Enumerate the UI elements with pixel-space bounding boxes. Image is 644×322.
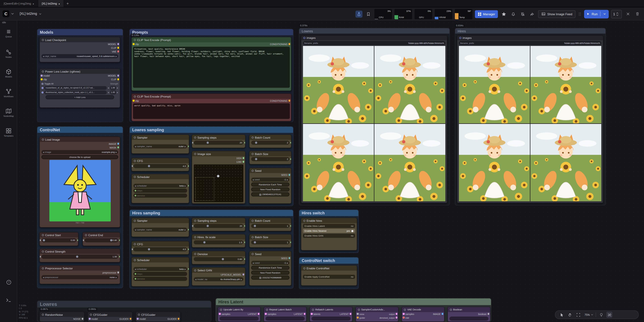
collapse-dot[interactable] (134, 220, 136, 222)
input-slot-dot[interactable] (403, 317, 404, 319)
lora-strength[interactable]: 1.00 (110, 90, 116, 94)
node-title-bar[interactable]: Preprocessor Selector (40, 266, 120, 271)
node-sampler-custom-advanced[interactable]: SamplerCustomAdv... noise output guider … (356, 307, 398, 322)
size-drag-handle[interactable] (217, 175, 220, 178)
widget-cut-off[interactable] (266, 317, 304, 321)
output-slot-dot[interactable] (242, 157, 244, 159)
new-tab-button[interactable]: + (64, 0, 71, 7)
node-repeat-latent-batch[interactable]: Repeat Latent Batch samples LATENT (264, 307, 306, 322)
prev-arrow[interactable]: ◀ (42, 55, 44, 57)
last-seed-button[interactable]: ⚄290654631370141 (251, 192, 289, 196)
prev-arrow[interactable]: ◀ (42, 276, 44, 278)
collapse-dot[interactable] (138, 314, 140, 316)
node-title-bar[interactable]: CFGGuider (136, 312, 180, 317)
input-slot-dot[interactable] (219, 313, 221, 315)
input-slot-dot[interactable] (40, 256, 41, 258)
output-slot-dot[interactable] (288, 174, 290, 176)
next-arrow[interactable]: ▶ (241, 278, 242, 280)
input-slot-dot[interactable] (132, 165, 133, 167)
node-cfg-guider-2[interactable]: CFGGuider model GUIDER (136, 312, 180, 322)
output-slot-dot[interactable] (130, 318, 132, 320)
output-slot-dot[interactable] (119, 239, 120, 241)
collapse-dot[interactable] (252, 220, 254, 222)
slider-handle[interactable] (255, 141, 258, 144)
output-slot-dot[interactable] (242, 161, 244, 163)
next-arrow[interactable]: ▶ (184, 185, 186, 187)
node-clip-text-encode-negative[interactable]: CLIP Text Encode (Prompt) clip CONDITION… (132, 93, 292, 121)
input-slot-dot[interactable] (357, 313, 358, 315)
group-header-hires-output[interactable]: Hires (455, 28, 606, 34)
collapse-dot[interactable] (85, 234, 87, 236)
node-title-bar[interactable]: Enable ControlNet (301, 266, 357, 271)
steps-slider[interactable]: 20 (194, 141, 244, 145)
lora-toggle[interactable] (42, 91, 44, 93)
enable-hires-latent-row[interactable]: Enable Hires Latentno (303, 224, 355, 228)
output-slot-dot[interactable] (350, 313, 351, 315)
next-arrow[interactable]: ▶ (116, 151, 117, 153)
node-sampling-steps-hires[interactable]: Sampling steps 20 (192, 218, 245, 231)
node-title-bar[interactable]: Batch Count (250, 135, 291, 140)
converted-input-dot[interactable] (134, 278, 136, 280)
prev-arrow[interactable]: ◀ (134, 268, 136, 270)
output-slot-dot[interactable] (188, 165, 189, 167)
output-slot-dot[interactable] (290, 225, 292, 227)
negative-prompt-textarea[interactable]: worst quality, bad quality, miss, apron (133, 103, 290, 119)
scale-slider[interactable]: 1.5 (194, 240, 244, 244)
input-slot-dot[interactable] (88, 318, 90, 320)
collapse-dot[interactable] (252, 136, 254, 138)
node-title-bar[interactable]: Scheduler (132, 258, 189, 262)
drag-grip-icon[interactable] (578, 12, 582, 16)
increment-arrow[interactable]: ▶ (117, 91, 118, 93)
node-title-bar[interactable]: Enable hires (301, 218, 357, 223)
node-title-bar[interactable]: images (301, 36, 447, 40)
collapse-dot[interactable] (90, 314, 92, 316)
enable-apply-controlnet-row[interactable]: Enable Apply ControlNetno (303, 275, 355, 279)
control-end-slider[interactable]: 0.80 (84, 238, 118, 242)
next-arrow[interactable]: ▶ (116, 55, 117, 57)
show-image-feed-button[interactable]: Show Image Feed (538, 10, 576, 18)
zoom-level-control[interactable]: 75% (584, 313, 594, 316)
output-slot-dot[interactable] (396, 313, 397, 315)
collapse-dot[interactable] (312, 309, 314, 311)
workflow-selector[interactable]: [XL] txt2img (20, 12, 42, 15)
theme-toggle-button[interactable] (598, 312, 604, 318)
node-image-size[interactable]: Image size 1024 1280 (192, 151, 245, 204)
collapse-dot[interactable] (42, 234, 44, 236)
input-slot-dot[interactable] (192, 142, 193, 143)
batch-size-slider[interactable]: 1 (251, 240, 289, 244)
group-header-lowres-output[interactable]: Lowres (299, 28, 449, 34)
slider-handle[interactable] (203, 241, 206, 243)
collapse-dot[interactable] (42, 138, 44, 140)
beta-flask-button[interactable] (356, 10, 362, 17)
node-title-bar[interactable]: Load Checkpoint (40, 37, 120, 42)
output-slot-dot[interactable] (244, 225, 246, 227)
group-header-prompts[interactable]: Prompts (130, 29, 293, 35)
preprocessor-combo[interactable]: ◀preprocessornone▶ (42, 275, 118, 279)
filename-prefix-widget[interactable]: filename_prefix%date:yyyy-MM-dd%/%date:h… (303, 41, 445, 45)
output-slot-dot[interactable] (396, 317, 397, 319)
output-slot-dot[interactable] (117, 146, 119, 148)
new-fixed-random-button[interactable]: New Fixed Random (251, 271, 289, 275)
node-scheduler-hires[interactable]: Scheduler ◀schedulerbeta▶ steps denoise (132, 257, 189, 287)
output-slot-dot[interactable] (244, 258, 246, 260)
input-slot-dot[interactable] (192, 225, 193, 227)
collapse-dot[interactable] (194, 220, 196, 222)
node-enable-hires[interactable]: Enable hires Enable Hires Latentno Enabl… (301, 218, 357, 251)
next-arrow[interactable]: ▶ (116, 276, 117, 278)
select-tool-button[interactable] (558, 312, 565, 318)
collapse-dot[interactable] (42, 70, 44, 72)
slider-handle[interactable] (110, 239, 112, 241)
node-cfg-hires[interactable]: CFG 4.0 (132, 241, 189, 255)
next-arrow[interactable]: ▶ (184, 145, 186, 147)
collapse-dot[interactable] (42, 250, 44, 252)
slider-handle[interactable] (148, 248, 150, 250)
node-title-bar[interactable]: Denoise (192, 252, 245, 256)
collapse-dot[interactable] (450, 309, 452, 311)
cfg-slider[interactable]: 4.0 (134, 164, 187, 168)
enable-hires-nearest-row[interactable]: Enable Hires Nearestyes (303, 229, 355, 233)
input-slot-dot[interactable] (40, 239, 41, 241)
node-title-bar[interactable]: VAE Decode (402, 307, 444, 312)
group-header-controlnet[interactable]: ControlNet (38, 127, 123, 133)
output-slot-dot[interactable] (117, 47, 119, 49)
collapse-dot[interactable] (459, 37, 461, 39)
